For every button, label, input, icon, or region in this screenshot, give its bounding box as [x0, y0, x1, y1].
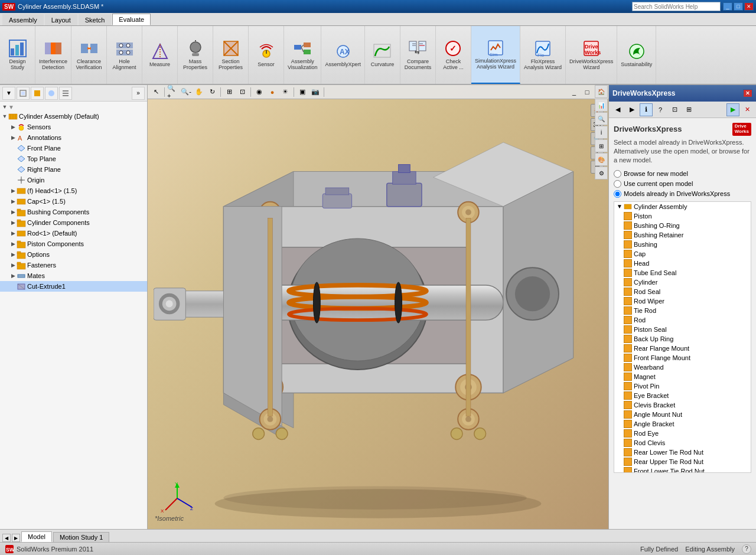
- tree-front-plane[interactable]: Front Plane: [0, 143, 147, 154]
- tab-layout[interactable]: Layout: [45, 14, 77, 25]
- tree-sensors[interactable]: ▶ Sensors: [0, 122, 147, 132]
- dw-tree-tube-end-seal[interactable]: Tube End Seal: [614, 268, 751, 278]
- vp-view2-btn[interactable]: ⊡: [236, 87, 248, 97]
- tree-cut-extrude1[interactable]: Cut-Extrude1: [0, 281, 147, 292]
- ribbon-assembly-visualization[interactable]: AssemblyVisualization: [284, 26, 321, 84]
- help-button[interactable]: ?: [742, 544, 751, 554]
- tree-expand-btn[interactable]: »: [132, 87, 145, 100]
- vp-maximize-btn[interactable]: □: [581, 87, 593, 97]
- ribbon-interference-detection[interactable]: InterferenceDetection: [35, 26, 71, 84]
- ribbon-section-properties[interactable]: SectionProperties: [213, 26, 249, 84]
- side-icon-3[interactable]: 🔍: [595, 112, 608, 125]
- dw-tree-rod-wiper[interactable]: Rod Wiper: [614, 296, 751, 306]
- right-panel-close-btn[interactable]: ✕: [743, 89, 752, 97]
- side-icon-5[interactable]: ⊞: [595, 139, 608, 152]
- dw-tree-piston[interactable]: Piston: [614, 211, 751, 221]
- ribbon-mass-properties[interactable]: MassProperties: [178, 26, 213, 84]
- tab-motion-study[interactable]: Motion Study 1: [53, 532, 109, 542]
- vp-zoom-out-btn[interactable]: 🔍-: [180, 87, 192, 97]
- tree-btn3[interactable]: [45, 87, 58, 100]
- dw-tree-front-flange-mount[interactable]: Front Flange Mount: [614, 353, 751, 363]
- tab-assembly[interactable]: Assembly: [2, 14, 44, 25]
- dw-tree-cylinder[interactable]: Cylinder: [614, 278, 751, 287]
- dw-tree-eye-bracket[interactable]: Eye Bracket: [614, 391, 751, 400]
- dw-tree-cap[interactable]: Cap: [614, 249, 751, 259]
- dw-tree-piston-seal[interactable]: Piston Seal: [614, 325, 751, 334]
- close-button[interactable]: ✕: [744, 2, 754, 11]
- side-icon-4[interactable]: i: [595, 126, 608, 139]
- scroll-right-btn[interactable]: ▶: [12, 534, 20, 542]
- dw-tree-rear-lower-tie-rod-nut[interactable]: Rear Lower Tie Rod Nut: [614, 448, 751, 457]
- dw-tree-tie-rod[interactable]: Tie Rod: [614, 306, 751, 315]
- vp-section-btn[interactable]: ▣: [296, 87, 308, 97]
- ribbon-curvature[interactable]: Curvature: [365, 26, 400, 84]
- tab-model[interactable]: Model: [21, 531, 52, 542]
- dw-tree-front-lower-tie-rod-nut[interactable]: Front Lower Tie Rod Nut: [614, 466, 751, 473]
- dw-tree-bushing-retainer[interactable]: Bushing Retainer: [614, 230, 751, 240]
- radio-models-in-dw[interactable]: Models already in DriveWorksXpress: [614, 190, 751, 198]
- tree-mates[interactable]: ▶ Mates: [0, 270, 147, 281]
- vp-rotate-btn[interactable]: ↻: [206, 87, 218, 97]
- viewport[interactable]: ↖ 🔍+ 🔍- ✋ ↻ ⊞ ⊡ ◉ ● ☀ ▣ 📷 _ □ ✕ 🏠 3: [148, 85, 608, 529]
- ribbon-design-study[interactable]: DesignStudy: [0, 26, 35, 84]
- tree-piston-components[interactable]: ▶ Piston Components: [0, 239, 147, 249]
- search-input[interactable]: [632, 2, 721, 11]
- side-icon-7[interactable]: ⚙: [595, 166, 608, 179]
- side-icon-2[interactable]: 📊: [595, 99, 608, 112]
- dw-tree[interactable]: ▼ Cylinder Assembly Piston Bushing O-Rin…: [614, 201, 751, 473]
- tree-bushing-components[interactable]: ▶ Bushing Components: [0, 207, 147, 217]
- ribbon-sensor[interactable]: Sensor: [249, 26, 284, 84]
- tree-root-assembly[interactable]: ▼ Cylinder Assembly (Default): [0, 111, 147, 122]
- vp-light-btn[interactable]: ☀: [279, 87, 291, 97]
- dw-tree-rear-upper-tie-rod-nut[interactable]: Rear Upper Tie Rod Nut: [614, 457, 751, 466]
- vp-display-btn[interactable]: ◉: [253, 87, 265, 97]
- tree-head[interactable]: ▶ (f) Head<1> (1.5): [0, 185, 147, 196]
- rp-expand-btn[interactable]: ⊞: [682, 103, 695, 116]
- ribbon-measure[interactable]: Measure: [142, 26, 178, 84]
- rp-option-btn[interactable]: ⊡: [668, 103, 681, 116]
- radio-current[interactable]: Use current open model: [614, 180, 751, 188]
- vp-minimize-btn[interactable]: _: [568, 87, 580, 97]
- dw-tree-rod-seal[interactable]: Rod Seal: [614, 287, 751, 296]
- side-icon-1[interactable]: 🏠: [595, 85, 608, 98]
- dw-tree-bushing[interactable]: Bushing: [614, 240, 751, 249]
- dw-tree-angle-mount-nut[interactable]: Angle Mount Nut: [614, 410, 751, 419]
- tree-btn1[interactable]: [17, 87, 30, 100]
- rp-play-btn[interactable]: ▶: [726, 103, 739, 116]
- ribbon-flo-xpress[interactable]: Flo FloXpressAnalysis Wizard: [520, 26, 566, 84]
- side-icon-6[interactable]: 🎨: [595, 153, 608, 166]
- tab-evaluate[interactable]: Evaluate: [112, 14, 151, 25]
- tree-origin[interactable]: Origin: [0, 175, 147, 185]
- ribbon-compare-documents[interactable]: ⇆ CompareDocuments: [400, 26, 436, 84]
- dw-tree-head[interactable]: Head: [614, 259, 751, 268]
- tree-annotations[interactable]: ▶ A Annotations: [0, 132, 147, 143]
- dw-tree-rear-flange-mount[interactable]: Rear Flange Mount: [614, 344, 751, 353]
- tree-btn2[interactable]: [31, 87, 44, 100]
- ribbon-hole-alignment[interactable]: HoleAlignment: [107, 26, 142, 84]
- ribbon-simulation-xpress[interactable]: Sim SimulationXpressAnalysis Wizard: [471, 26, 520, 84]
- vp-view1-btn[interactable]: ⊞: [223, 87, 235, 97]
- dw-tree-pivot-pin[interactable]: Pivot Pin: [614, 381, 751, 391]
- radio-browse-input[interactable]: [614, 170, 621, 178]
- ribbon-assembly-xpert[interactable]: AX AssemblyXpert: [321, 26, 365, 84]
- radio-current-input[interactable]: [614, 180, 621, 188]
- tree-btn4[interactable]: [59, 87, 72, 100]
- radio-browse[interactable]: Browse for new model: [614, 170, 751, 178]
- rp-back-btn[interactable]: ◀: [611, 103, 624, 116]
- rp-help1-btn[interactable]: ?: [654, 103, 667, 116]
- ribbon-check-active[interactable]: ✓ CheckActive ...: [436, 26, 471, 84]
- rp-info-btn[interactable]: ℹ: [640, 103, 653, 116]
- dw-tree-magnet[interactable]: Magnet: [614, 372, 751, 381]
- radio-models-in-dw-input[interactable]: [614, 190, 621, 198]
- tree-options[interactable]: ▶ Options: [0, 249, 147, 260]
- vp-pan-btn[interactable]: ✋: [193, 87, 205, 97]
- tree-rod[interactable]: ▶ Rod<1> (Default): [0, 228, 147, 239]
- maximize-button[interactable]: □: [734, 2, 743, 11]
- vp-select-btn[interactable]: ↖: [150, 87, 162, 97]
- ribbon-driveworks-xpress[interactable]: Drive Works DriveWorksXpressWizard: [566, 26, 617, 84]
- dw-tree-angle-bracket[interactable]: Angle Bracket: [614, 419, 751, 429]
- tree-filter-btn[interactable]: ▼: [2, 87, 15, 100]
- dw-tree-bushing-oring[interactable]: Bushing O-Ring: [614, 221, 751, 230]
- tree-top-plane[interactable]: Top Plane: [0, 154, 147, 164]
- vp-camera-btn[interactable]: 📷: [309, 87, 321, 97]
